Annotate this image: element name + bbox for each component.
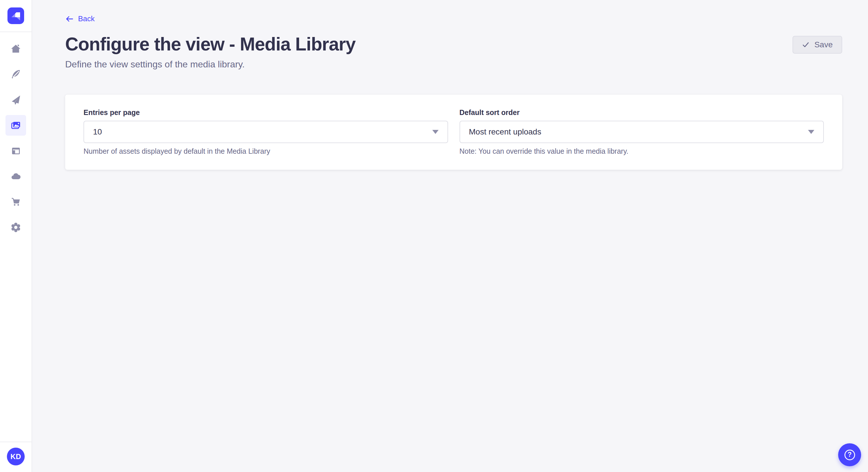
media-library-icon — [10, 120, 22, 131]
check-icon — [802, 41, 809, 48]
default-sort-order-value: Most recent uploads — [469, 127, 541, 136]
sidebar-item-settings[interactable] — [5, 217, 26, 238]
view-settings-card: Entries per page 10 Number of assets dis… — [65, 95, 842, 170]
save-button[interactable]: Save — [793, 36, 842, 54]
home-icon — [10, 43, 22, 55]
page-subtitle: Define the view settings of the media li… — [65, 59, 355, 70]
sidebar-item-marketplace[interactable] — [5, 192, 26, 212]
page-header-titles: Configure the view - Media Library Defin… — [65, 34, 355, 70]
help-question-icon: ? — [844, 450, 855, 460]
sidebar: KD — [0, 0, 32, 472]
sidebar-nav — [5, 32, 26, 442]
entries-per-page-value: 10 — [93, 127, 102, 136]
default-sort-order-hint: Note: You can override this value in the… — [460, 147, 824, 156]
sidebar-item-home[interactable] — [5, 38, 26, 59]
entries-per-page-select[interactable]: 10 — [84, 121, 448, 143]
entries-per-page-label: Entries per page — [84, 108, 448, 117]
user-section: KD — [0, 442, 32, 472]
entries-per-page-field: Entries per page 10 Number of assets dis… — [84, 108, 448, 156]
page-title: Configure the view - Media Library — [65, 34, 355, 54]
default-sort-order-select[interactable]: Most recent uploads — [460, 121, 824, 143]
shopping-cart-icon — [10, 196, 22, 208]
default-sort-order-field: Default sort order Most recent uploads N… — [460, 108, 824, 156]
sidebar-item-content-manager[interactable] — [5, 64, 26, 85]
main-content: Back Configure the view - Media Library … — [32, 0, 868, 472]
entries-per-page-hint: Number of assets displayed by default in… — [84, 147, 448, 156]
layout-panel-icon — [10, 145, 22, 157]
cloud-icon — [10, 171, 22, 182]
paper-plane-icon — [10, 94, 22, 105]
sidebar-item-deploy[interactable] — [5, 90, 26, 110]
back-link[interactable]: Back — [65, 14, 95, 23]
app-logo[interactable] — [0, 0, 32, 32]
sidebar-item-media-library[interactable] — [5, 115, 26, 136]
arrow-left-icon — [65, 14, 74, 23]
page-header: Configure the view - Media Library Defin… — [65, 34, 842, 70]
chevron-down-icon — [808, 130, 814, 134]
help-button[interactable]: ? — [838, 443, 861, 466]
chevron-down-icon — [432, 130, 439, 134]
back-label: Back — [78, 14, 95, 23]
strapi-logo-icon — [7, 7, 24, 24]
save-button-label: Save — [814, 40, 833, 49]
feather-pen-icon — [10, 69, 22, 80]
settings-gear-icon — [10, 222, 22, 233]
admin-app: { "app": { "name": "Strapi admin panel" … — [0, 0, 868, 472]
sidebar-item-content-type-builder[interactable] — [5, 140, 26, 161]
default-sort-order-label: Default sort order — [460, 108, 824, 117]
sidebar-item-cloud[interactable] — [5, 166, 26, 187]
user-avatar[interactable]: KD — [7, 448, 25, 465]
